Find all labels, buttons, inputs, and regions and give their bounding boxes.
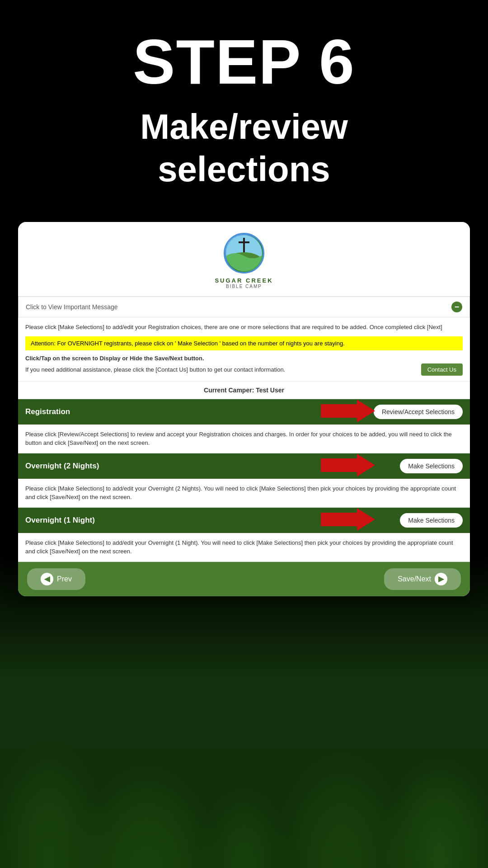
overnight-1-row-wrapper: Overnight (1 Night) Make Selections Plea…: [18, 508, 470, 562]
step-subtitle-line1: Make/review: [140, 107, 348, 146]
step-subtitle-line2: selections: [158, 149, 330, 189]
camper-section: Current Camper: Test User: [18, 382, 470, 399]
prev-label: Prev: [57, 575, 72, 583]
save-next-button[interactable]: Save/Next ▶: [384, 568, 461, 590]
collapse-icon[interactable]: −: [451, 302, 462, 312]
logo-svg: [225, 234, 263, 272]
review-accept-button[interactable]: Review/Accept Selections: [374, 405, 463, 419]
save-next-arrow-icon: ▶: [435, 573, 447, 585]
nav-footer: ◀ Prev Save/Next ▶: [18, 562, 470, 596]
prev-arrow-icon: ◀: [41, 573, 53, 585]
overnight-2-row-wrapper: Overnight (2 Nights) Make Selections Ple…: [18, 453, 470, 508]
step-title: STEP 6: [0, 27, 488, 97]
overnight-1-arrow: [321, 508, 375, 533]
overnight-1-label: Overnight (1 Night): [25, 516, 95, 525]
overnight-2-arrow-svg: [321, 454, 375, 476]
overnight-1-make-selections-button[interactable]: Make Selections: [400, 513, 463, 528]
overnight-1-desc-text: Please click [Make Selections] to add/ed…: [25, 538, 463, 556]
assistance-text: If you need additional assistance, pleas…: [25, 366, 421, 373]
overnight-2-desc: Please click [Make Selections] to add/ed…: [18, 479, 470, 508]
overnight-1-desc: Please click [Make Selections] to add/ed…: [18, 533, 470, 562]
overnight-2-desc-text: Please click [Make Selections] to add/ed…: [25, 484, 463, 502]
header-section: STEP 6 Make/review selections: [0, 0, 488, 208]
background-overlay: [0, 552, 488, 868]
registration-selection-row: Registration Review/Accept Selections: [18, 399, 470, 425]
registration-row-wrapper: Registration Review/Accept Selections Pl…: [18, 399, 470, 453]
camper-label: Current Camper: Test User: [204, 387, 284, 394]
registration-desc: Please click [Review/Accept Selections] …: [18, 425, 470, 453]
overnight-1-arrow-svg: [321, 508, 375, 531]
message-banner-text: Click to View Important Message: [26, 303, 118, 311]
registration-label: Registration: [25, 407, 70, 416]
prev-button[interactable]: ◀ Prev: [27, 568, 85, 590]
registration-desc-text: Please click [Review/Accept Selections] …: [25, 430, 463, 448]
svg-marker-7: [321, 454, 375, 476]
logo-section: SUGAR CREEK BIBLE CAMP: [18, 222, 470, 297]
assistance-row: If you need additional assistance, pleas…: [25, 363, 463, 376]
message-banner[interactable]: Click to View Important Message −: [18, 297, 470, 317]
registration-arrow: [321, 400, 375, 424]
click-tap-text: Click/Tap on the screen to Display or Hi…: [25, 355, 463, 362]
svg-marker-6: [321, 400, 375, 422]
org-subname: BIBLE CAMP: [27, 284, 461, 289]
svg-rect-5: [239, 241, 249, 243]
contact-us-button[interactable]: Contact Us: [421, 363, 463, 376]
org-name: SUGAR CREEK: [27, 277, 461, 284]
overnight-2-arrow: [321, 454, 375, 478]
overnight-2-make-selections-button[interactable]: Make Selections: [400, 459, 463, 473]
svg-marker-8: [321, 508, 375, 531]
registration-arrow-svg: [321, 400, 375, 422]
main-card: SUGAR CREEK BIBLE CAMP Click to View Imp…: [18, 222, 470, 596]
svg-rect-4: [243, 238, 245, 252]
save-next-label: Save/Next: [398, 575, 431, 583]
step-subtitle: Make/review selections: [0, 106, 488, 190]
attention-text: Attention: For OVERNIGHT registrants, pl…: [25, 336, 463, 350]
info-section: Please click [Make Selections] to add/ed…: [18, 317, 470, 382]
overnight-2-label: Overnight (2 Nights): [25, 462, 99, 471]
main-info-text: Please click [Make Selections] to add/ed…: [25, 323, 463, 332]
overnight-2-selection-row: Overnight (2 Nights) Make Selections: [18, 453, 470, 479]
overnight-1-selection-row: Overnight (1 Night) Make Selections: [18, 508, 470, 533]
logo-circle: [224, 233, 264, 274]
